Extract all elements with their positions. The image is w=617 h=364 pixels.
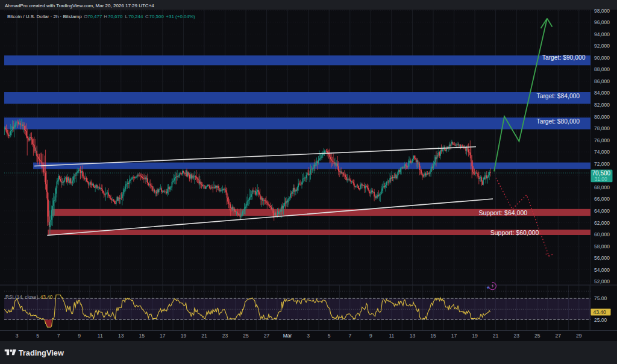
svg-text:Target: $80,000: Target: $80,000 bbox=[537, 118, 580, 125]
svg-text:7: 7 bbox=[348, 333, 351, 339]
svg-text:90,000: 90,000 bbox=[594, 55, 610, 61]
svg-text:27: 27 bbox=[556, 333, 562, 339]
svg-text:9: 9 bbox=[369, 333, 372, 339]
svg-text:Support: $64,000: Support: $64,000 bbox=[479, 209, 528, 216]
svg-text:Support: $60,000: Support: $60,000 bbox=[490, 229, 539, 236]
svg-text:23: 23 bbox=[222, 333, 228, 339]
svg-text:86,000: 86,000 bbox=[594, 78, 610, 84]
svg-text:11: 11 bbox=[98, 333, 103, 339]
svg-text:52,000: 52,000 bbox=[594, 278, 610, 284]
svg-text:78,000: 78,000 bbox=[594, 125, 610, 131]
svg-text:15: 15 bbox=[139, 333, 145, 339]
svg-text:60,000: 60,000 bbox=[594, 231, 610, 237]
svg-text:27: 27 bbox=[264, 333, 270, 339]
svg-text:64,000: 64,000 bbox=[594, 208, 610, 214]
svg-text:13: 13 bbox=[118, 333, 124, 339]
svg-text:9: 9 bbox=[78, 333, 81, 339]
svg-text:19: 19 bbox=[472, 333, 478, 339]
svg-text:13: 13 bbox=[410, 333, 416, 339]
svg-text:AhmadPro created with TradingV: AhmadPro created with TradingView.com, M… bbox=[5, 3, 154, 8]
svg-text:98,000: 98,000 bbox=[594, 8, 610, 14]
svg-text:43.40: 43.40 bbox=[40, 295, 53, 300]
svg-text:Bitcoin / U.S. Dollar · 2h · B: Bitcoin / U.S. Dollar · 2h · Bitstamp bbox=[7, 14, 82, 19]
svg-text:70,670: 70,670 bbox=[108, 14, 123, 19]
svg-text:25: 25 bbox=[243, 333, 249, 339]
svg-text:31:00: 31:00 bbox=[595, 176, 608, 182]
svg-text:5: 5 bbox=[36, 333, 39, 339]
svg-text:TradingView: TradingView bbox=[19, 348, 64, 357]
svg-text:80,000: 80,000 bbox=[594, 114, 610, 120]
svg-text:70,500: 70,500 bbox=[149, 14, 164, 19]
svg-text:21: 21 bbox=[493, 333, 499, 339]
svg-text:66,000: 66,000 bbox=[594, 196, 610, 202]
svg-text:RSI (14, close): RSI (14, close) bbox=[5, 295, 38, 300]
svg-text:+31 (+0.04%): +31 (+0.04%) bbox=[166, 14, 195, 19]
svg-text:7: 7 bbox=[57, 333, 60, 339]
svg-text:82,000: 82,000 bbox=[594, 102, 610, 108]
svg-text:62,000: 62,000 bbox=[594, 220, 610, 226]
svg-text:Target: $84,000: Target: $84,000 bbox=[537, 93, 580, 99]
svg-text:68,000: 68,000 bbox=[594, 184, 610, 190]
svg-text:5: 5 bbox=[328, 333, 331, 339]
svg-text:54,000: 54,000 bbox=[594, 267, 610, 273]
svg-text:58,000: 58,000 bbox=[594, 243, 610, 249]
svg-text:19: 19 bbox=[181, 333, 187, 339]
svg-text:75.00: 75.00 bbox=[594, 295, 607, 301]
svg-text:25: 25 bbox=[534, 333, 540, 339]
svg-text:76,000: 76,000 bbox=[594, 137, 610, 143]
svg-text:70,244: 70,244 bbox=[128, 14, 143, 19]
svg-text:Target: $90,000: Target: $90,000 bbox=[542, 54, 586, 61]
svg-text:23: 23 bbox=[513, 333, 519, 339]
svg-text:96,000: 96,000 bbox=[594, 19, 610, 25]
svg-text:3: 3 bbox=[307, 333, 310, 339]
svg-text:88,000: 88,000 bbox=[594, 66, 610, 72]
svg-text:74,000: 74,000 bbox=[594, 149, 610, 155]
svg-text:84,000: 84,000 bbox=[594, 90, 610, 96]
svg-text:70,477: 70,477 bbox=[87, 14, 102, 19]
svg-text:21: 21 bbox=[201, 333, 207, 339]
svg-text:25.00: 25.00 bbox=[594, 317, 607, 323]
svg-text:H: H bbox=[104, 14, 107, 19]
svg-text:43.40: 43.40 bbox=[594, 309, 607, 315]
svg-text:15: 15 bbox=[430, 333, 436, 339]
svg-text:L: L bbox=[125, 14, 128, 19]
svg-text:72,000: 72,000 bbox=[594, 161, 610, 167]
svg-text:94,000: 94,000 bbox=[594, 31, 610, 37]
svg-text:17: 17 bbox=[451, 333, 457, 339]
svg-text:29: 29 bbox=[576, 333, 582, 339]
svg-text:C: C bbox=[145, 14, 149, 19]
svg-text:3: 3 bbox=[16, 333, 19, 339]
svg-text:11: 11 bbox=[389, 333, 394, 339]
svg-text:56,000: 56,000 bbox=[594, 255, 610, 261]
svg-text:17: 17 bbox=[160, 333, 166, 339]
svg-text:92,000: 92,000 bbox=[594, 43, 610, 49]
svg-text:Mar: Mar bbox=[283, 333, 292, 339]
